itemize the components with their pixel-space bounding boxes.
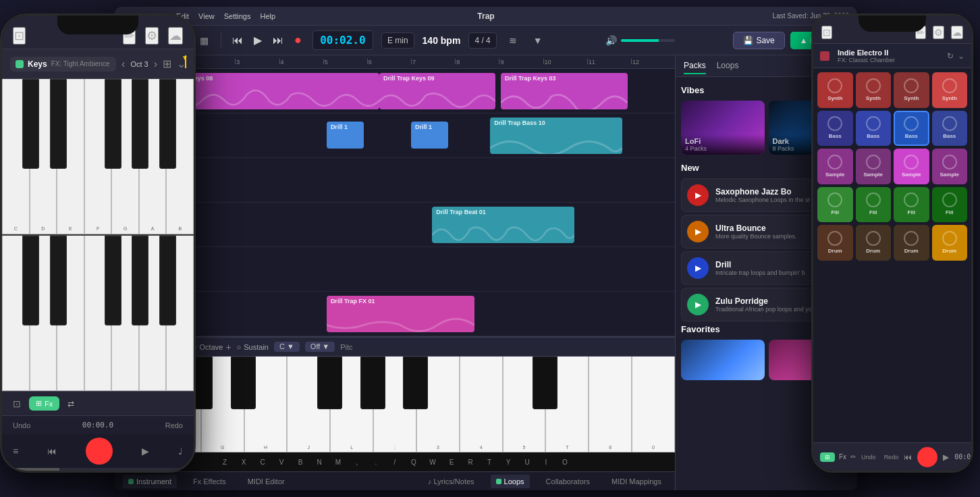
skip-back-btn[interactable]: ⏮ bbox=[229, 32, 246, 49]
instrument-next-btn[interactable]: › bbox=[154, 58, 157, 70]
track-lane-6[interactable]: Drill Trap FX 01 bbox=[147, 292, 675, 336]
phone-play-btn[interactable]: ▶ bbox=[142, 446, 149, 456]
black-key-cs[interactable] bbox=[22, 79, 39, 169]
octave-plus[interactable]: + bbox=[225, 342, 231, 352]
record-btn[interactable]: ● bbox=[292, 30, 304, 50]
tab-midi-editor[interactable]: MIDI Editor bbox=[242, 475, 290, 488]
pad-sample-2[interactable]: Sample bbox=[856, 149, 892, 184]
black-key-f-sharp[interactable] bbox=[231, 357, 256, 409]
phone-export-icon[interactable]: ⊡ bbox=[13, 27, 26, 45]
right-inst-expand-btn[interactable]: ⌄ bbox=[958, 51, 964, 61]
waveform-icon[interactable]: ≋ bbox=[505, 32, 521, 49]
left-phone-piano[interactable]: C D E F G bbox=[2, 79, 194, 391]
instrument-grid-icon[interactable]: ⊞ bbox=[163, 57, 171, 70]
play-drill-btn[interactable]: ▶ bbox=[687, 257, 709, 279]
sounds-tab-packs[interactable]: Packs bbox=[684, 58, 706, 74]
clip-drill-trap-keys-03[interactable]: Drill Trap Keys 03 bbox=[501, 73, 628, 109]
right-play-btn[interactable]: ▶ bbox=[943, 452, 949, 462]
pad-synth-4[interactable]: Synth bbox=[932, 72, 968, 108]
tab-lyrics[interactable]: ♪ Lyrics/Notes bbox=[423, 475, 480, 488]
right-rewind-btn[interactable]: ⏮ bbox=[904, 452, 912, 462]
pad-chord-1[interactable]: Bass bbox=[817, 111, 853, 147]
tab-midi-mappings[interactable]: MIDI Mappings bbox=[606, 475, 667, 488]
phone-cloud-icon[interactable]: ☁ bbox=[168, 27, 183, 45]
piano-lower-key-e[interactable] bbox=[57, 236, 84, 391]
key-0[interactable]: 0 bbox=[632, 357, 675, 452]
key-select-btn[interactable]: C ▼ bbox=[274, 342, 300, 352]
black-key-l[interactable] bbox=[360, 357, 385, 409]
black-key-lower-as[interactable] bbox=[159, 236, 176, 325]
piano-lower-key-b[interactable] bbox=[166, 236, 194, 391]
track-lane-3[interactable] bbox=[147, 158, 675, 202]
track-lane-4[interactable]: Drill Trap Beat 01 bbox=[147, 203, 675, 246]
phone-metronome-icon[interactable]: ♩ bbox=[178, 446, 183, 456]
track-lane-5[interactable] bbox=[147, 247, 675, 291]
pad-chord-3[interactable]: Bass bbox=[894, 111, 929, 147]
phone-fx-btn[interactable]: ⇄ bbox=[67, 399, 74, 409]
key-j[interactable]: J bbox=[287, 357, 330, 452]
black-key-lower-fs[interactable] bbox=[105, 236, 121, 325]
pad-sample-4[interactable]: Sample bbox=[932, 149, 968, 184]
pad-drum-1[interactable]: Drum bbox=[817, 225, 853, 261]
play-zulu-btn[interactable]: ▶ bbox=[687, 294, 709, 315]
right-settings-icon[interactable]: ⚙ bbox=[933, 26, 944, 39]
right-redo-btn[interactable]: Redo bbox=[884, 454, 899, 461]
instrument-name-pill[interactable]: Keys FX: Tight Ambience bbox=[10, 57, 116, 72]
black-key-fs[interactable] bbox=[105, 79, 121, 169]
black-key-ds[interactable] bbox=[50, 79, 67, 169]
phone-mixer-icon[interactable]: ≡ bbox=[13, 446, 18, 456]
volume-slider[interactable] bbox=[621, 39, 675, 42]
sounds-tab-loops[interactable]: Loops bbox=[717, 58, 739, 74]
track-lane-2[interactable]: Drill 1 Drill 1 Drill Trap Bass 10 bbox=[147, 113, 675, 157]
black-key-gs[interactable] bbox=[132, 79, 148, 169]
time-sig-display[interactable]: 4 / 4 bbox=[468, 32, 496, 49]
clip-drill-trap-keys-09[interactable]: Drill Trap Keys 09 bbox=[379, 73, 495, 109]
right-export-icon[interactable]: ⊡ bbox=[821, 26, 832, 39]
menu-view[interactable]: View bbox=[198, 12, 215, 20]
pad-synth-3[interactable]: Synth bbox=[894, 72, 929, 108]
right-record-btn[interactable] bbox=[917, 447, 937, 467]
clip-drill-trap-fx[interactable]: Drill Trap FX 01 bbox=[327, 296, 474, 332]
tab-instrument[interactable]: Instrument bbox=[123, 475, 177, 488]
black-key-lower-ds[interactable] bbox=[50, 236, 67, 325]
pad-fill-2[interactable]: Fill bbox=[856, 187, 892, 223]
right-inst-refresh-btn[interactable]: ↻ bbox=[947, 51, 954, 61]
pad-fill-3[interactable]: Fill bbox=[894, 187, 929, 223]
play-btn[interactable]: ▶ bbox=[251, 31, 265, 49]
clip-drill-trap-beat[interactable]: Drill Trap Beat 01 bbox=[432, 207, 574, 243]
phone-settings-icon[interactable]: ⚙ bbox=[145, 27, 159, 45]
piano-key-e[interactable]: E bbox=[57, 79, 84, 234]
key-8[interactable]: 8 bbox=[589, 357, 632, 452]
off-select-btn[interactable]: Off ▼ bbox=[305, 342, 335, 352]
grid-btn[interactable]: ▦ bbox=[196, 32, 213, 49]
clip-drill-1b[interactable]: Drill 1 bbox=[411, 122, 448, 149]
play-saxophone-btn[interactable]: ▶ bbox=[687, 184, 709, 206]
pad-drum-2[interactable]: Drum bbox=[856, 225, 892, 261]
right-undo-btn[interactable]: Undo bbox=[861, 454, 876, 461]
fav-thumb-1[interactable] bbox=[681, 340, 765, 380]
key-4[interactable]: 4 bbox=[460, 357, 503, 452]
pad-synth-1[interactable]: Synth bbox=[817, 72, 853, 108]
right-pad-mode-btn[interactable]: ⊞ bbox=[820, 452, 835, 462]
menu-settings[interactable]: Settings bbox=[224, 12, 251, 20]
black-key-j[interactable] bbox=[317, 357, 342, 409]
black-key-lower-cs[interactable] bbox=[22, 236, 39, 325]
tab-loops[interactable]: Loops bbox=[491, 475, 530, 488]
key-5[interactable]: 5 bbox=[503, 357, 546, 452]
tab-collaborators[interactable]: Collaborators bbox=[541, 475, 595, 488]
pad-sample-3[interactable]: Sample bbox=[894, 149, 929, 184]
tab-effects[interactable]: Fx Effects bbox=[188, 475, 232, 488]
clip-drill-1a[interactable]: Drill 1 bbox=[327, 122, 364, 149]
vibes-card-lofi[interactable]: LoFi 4 Packs bbox=[681, 101, 765, 155]
instrument-prev-btn[interactable]: ‹ bbox=[121, 58, 125, 70]
phone-redo-btn[interactable]: Redo bbox=[165, 421, 183, 429]
pad-sample-1[interactable]: Sample bbox=[817, 149, 853, 184]
arrow-down-icon[interactable]: ▼ bbox=[529, 32, 547, 49]
pad-fill-4[interactable]: Fill bbox=[932, 187, 968, 223]
phone-pad-mode-btn[interactable]: ⊞ Fx bbox=[29, 396, 59, 411]
pad-fill-1[interactable]: Fill bbox=[817, 187, 853, 223]
black-key-5[interactable] bbox=[533, 357, 557, 409]
phone-undo-btn[interactable]: Undo bbox=[13, 421, 30, 429]
pad-chord-2[interactable]: Bass bbox=[856, 111, 892, 147]
black-key-as[interactable] bbox=[159, 79, 176, 169]
